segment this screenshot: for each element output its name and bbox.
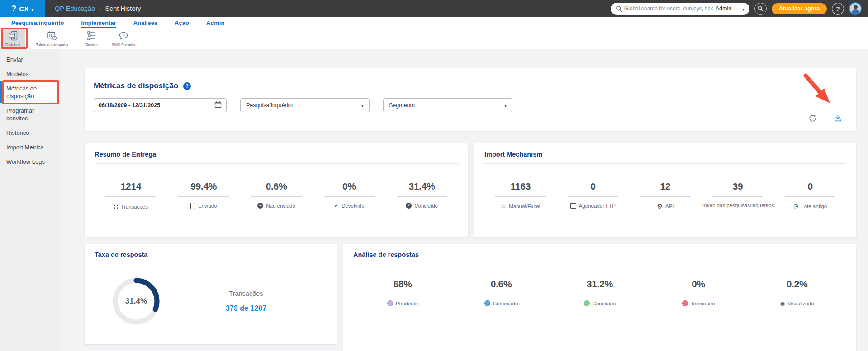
history-clock-icon (793, 203, 798, 209)
divider (95, 264, 327, 264)
concluido-dot-icon (584, 300, 590, 306)
chevron-down-icon[interactable] (737, 5, 749, 13)
calendar-icon (570, 203, 576, 209)
sms-bubble-icon (118, 30, 129, 41)
tab-implementar[interactable]: Implementar (81, 19, 116, 28)
sidebar-item-workflow-logs[interactable]: Workflow Logs (0, 155, 59, 169)
topbar-actions: Admin Atualizar agora (611, 2, 868, 15)
stat-agendador-ftp: 0 Agendador FTP (557, 181, 629, 210)
implement-toolbar: Distribuir 31 Token da pesquisa (0, 28, 868, 49)
stat-terminado: 0% Terminado (649, 279, 748, 307)
tab-pesquisa-inquerito[interactable]: Pesquisa/inquérito (11, 19, 64, 28)
page-title: Métricas de disposição (94, 81, 178, 90)
stat-concluido: 31.4% Concluído (385, 181, 458, 211)
device-icon (190, 203, 195, 209)
disposition-metrics-panel: Métricas de disposição 06/18/2009 - 12/3… (85, 68, 856, 131)
stat-token: 39 Token das pesquisas/inquéritos (702, 181, 774, 210)
check-underline-icon (334, 203, 339, 209)
stat-manual-excel: 1163 Manual/Excel (484, 181, 557, 210)
svg-text:31: 31 (49, 34, 52, 37)
card-title: Taxa de resposta (95, 244, 327, 258)
stat-nao-enviado: 0.6% Não enviado (240, 181, 313, 211)
breadcrumb-separator: › (99, 5, 101, 12)
grid-dots-icon (114, 203, 119, 211)
date-range-input[interactable]: 06/18/2009 - 12/31/2025 (94, 98, 227, 112)
stat-visualizado: 0.2% Visualizado (748, 279, 846, 307)
search-button[interactable] (754, 3, 767, 15)
circle-minus-icon (257, 203, 263, 209)
survey-dropdown[interactable]: Pesquisa/inquérito (240, 98, 370, 112)
help-button[interactable] (832, 3, 844, 15)
toolbar-item-label: Token da pesquisa (36, 43, 68, 47)
segment-dropdown[interactable]: Segmento (383, 98, 512, 112)
logo-product-label: CX (19, 5, 28, 13)
sidebar-item-import-metrics[interactable]: Import Metrics (0, 140, 59, 154)
search-scope-select[interactable]: Admin (713, 5, 737, 12)
annotation-box-metricas (2, 80, 59, 104)
chevron-down-icon (361, 102, 364, 109)
response-rate-donut: 31.4% (111, 276, 161, 327)
sidebar-item-modelos[interactable]: Modelos (0, 67, 59, 81)
divider (95, 163, 458, 164)
breadcrumb-page: Sent History (105, 5, 141, 12)
divider (353, 264, 846, 264)
gear-icon (657, 203, 663, 210)
breadcrumb: QP Educação › Sent History (55, 5, 141, 12)
chevron-down-icon (31, 5, 33, 13)
divider (484, 163, 846, 164)
client-list-icon (86, 30, 97, 41)
circle-check-icon (406, 203, 412, 209)
search-input[interactable] (624, 5, 713, 12)
stat-api: 12 API (629, 181, 702, 210)
sidebar: Enviar Modelos Métricas de disposição Pr… (0, 49, 59, 351)
toolbar-item-distribuir[interactable]: Distribuir (1, 28, 25, 49)
toolbar-item-sms-provider[interactable]: SMS Provider (107, 28, 140, 49)
stat-concluido-analysis: 31.2% Concluído (550, 279, 649, 307)
send-mail-icon (8, 30, 19, 41)
toolbar-item-token-da-pesquisa[interactable]: 31 Token da pesquisa (32, 28, 73, 49)
main-content: Métricas de disposição 06/18/2009 - 12/3… (59, 49, 868, 351)
pendente-dot-icon (387, 300, 393, 306)
toolbar-item-label: SMS Provider (112, 43, 135, 47)
chevron-down-icon (504, 102, 507, 109)
tab-acao[interactable]: Ação (175, 19, 189, 28)
refresh-button[interactable] (808, 114, 817, 123)
tab-admin[interactable]: Admin (206, 19, 224, 28)
transactions-count-link[interactable]: 379 de 1207 (226, 304, 266, 313)
sidebar-item-programar-convites[interactable]: Programar convites (0, 104, 59, 125)
topbar: CX QP Educação › Sent History Admin Atua… (0, 0, 868, 17)
update-now-button[interactable]: Atualizar agora (772, 3, 827, 14)
user-avatar[interactable] (849, 2, 862, 15)
stat-lote-antigo: 0 Lote antigo (774, 181, 846, 210)
questionpro-logo-icon (11, 4, 17, 14)
breadcrumb-app-link[interactable]: QP Educação (55, 5, 95, 12)
card-title: Resumo de Entrega (95, 143, 458, 158)
download-button[interactable] (834, 114, 842, 122)
stat-comecado: 0.6% Começado (452, 279, 550, 307)
calendar-icon (214, 101, 222, 109)
toolbar-item-clientes[interactable]: Clientes (80, 28, 103, 49)
tab-analises[interactable]: Análises (133, 19, 157, 28)
toolbar-item-label: Distribuir (5, 43, 21, 47)
sidebar-item-enviar[interactable]: Enviar (0, 52, 59, 66)
calendar-clock-icon: 31 (47, 30, 57, 41)
donut-center-label: 31.4% (111, 276, 161, 327)
sidebar-item-metricas-de-disposicao[interactable]: Métricas de disposição (0, 81, 59, 103)
stat-devolvido: 0% Devolvido (313, 181, 385, 211)
response-analysis-card: Análise de respostas 68% Pendente 0.6% C… (343, 244, 856, 351)
app-logo[interactable]: CX (0, 0, 45, 17)
response-rate-card: Taxa de resposta 31.4% Transações (85, 244, 337, 344)
card-title: Import Mechanism (484, 143, 846, 158)
stat-transacoes: 1214 Transações (95, 181, 167, 211)
stat-pendente: 68% Pendente (353, 279, 452, 307)
import-mechanism-card: Import Mechanism 1163 Manual/Excel 0 Age… (474, 143, 856, 237)
stat-enviado: 99.4% Enviado (167, 181, 240, 211)
help-icon[interactable] (183, 82, 191, 90)
global-search: Admin (611, 3, 749, 15)
toolbar-item-label: Clientes (84, 43, 98, 47)
sidebar-item-historico[interactable]: Histórico (0, 126, 59, 140)
page: CX QP Educação › Sent History Admin Atua… (0, 0, 868, 351)
search-icon (611, 5, 624, 12)
list-icon (501, 203, 507, 209)
eye-icon (780, 300, 784, 307)
